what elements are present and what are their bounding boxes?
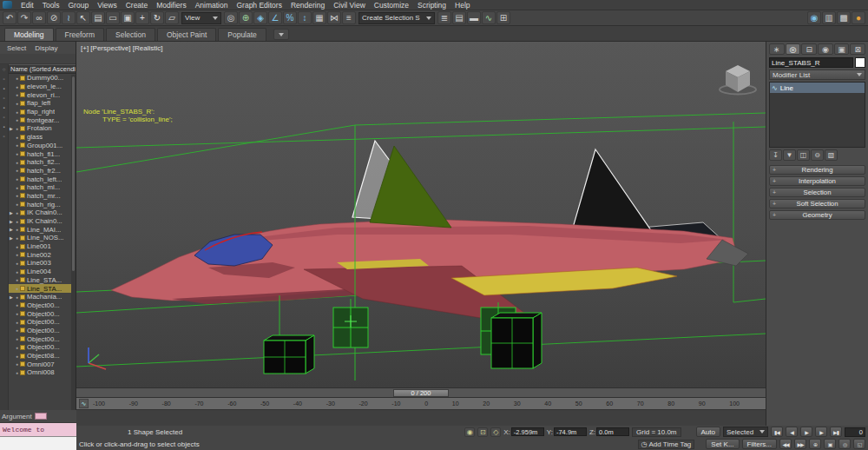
explorer-item[interactable]: ● hatch_fl2... [9,158,76,167]
filter-icon[interactable]: ▫ [3,134,4,139]
eye-icon[interactable]: ● [16,252,18,257]
show-end-result-icon[interactable]: ▼ [783,149,796,161]
menu-item[interactable]: Group [64,1,94,10]
time-slider[interactable]: 0 / 200 [76,387,766,398]
named-sets-icon[interactable]: ▦ [312,11,326,24]
menu-item[interactable]: Help [450,1,474,10]
ribbon-tab[interactable]: Freeform [56,28,104,41]
material-editor-icon[interactable]: ◉ [807,11,821,24]
rollout-header[interactable]: + Interpolation [769,176,865,186]
play-button[interactable]: ▶ [800,427,812,437]
select-scale-icon[interactable]: ▱ [165,11,179,24]
rollout-header[interactable]: + Rendering [769,165,865,175]
explorer-scrollbar[interactable] [71,75,76,410]
hierarchy-tab[interactable]: ⊟ [801,43,817,55]
explorer-item[interactable]: ● elevon_ri... [9,90,76,99]
ribbon-tab[interactable]: Modeling [4,28,54,41]
menu-item[interactable]: Customize [370,1,413,10]
object-name-field[interactable] [769,57,853,68]
region-select-icon[interactable]: ▭ [106,11,120,24]
menu-item[interactable]: Edit [16,1,38,10]
eye-icon[interactable]: ● [16,92,18,97]
explorer-item[interactable]: ● Object08... [9,352,76,361]
menu-item[interactable]: Animation [191,1,233,10]
ribbon-minimize-button[interactable] [273,29,289,40]
transform-typein-toggle[interactable]: ◇ [490,427,501,437]
select-by-name-icon[interactable]: ▤ [91,11,105,24]
find-icon[interactable]: ○ [3,67,6,72]
use-pivot-icon[interactable]: ◎ [224,11,238,24]
explorer-item[interactable]: ● hatch_fr2... [9,167,76,175]
eye-icon[interactable]: ● [16,294,18,300]
z-coordinate-field[interactable]: 0.0m [596,427,629,436]
select-manipulate-icon[interactable]: ⊕ [239,11,253,24]
eye-icon[interactable]: ● [16,185,18,190]
explorer-item[interactable]: ● Object00... [9,334,76,343]
undo-icon[interactable]: ↶ [3,11,16,24]
explorer-name-column-header[interactable]: Name (Sorted Ascendi [9,64,76,74]
explorer-item[interactable]: ● Omni008 [9,368,76,377]
explorer-item[interactable]: ● elevon_le... [9,83,76,91]
object-color-swatch[interactable] [855,57,865,68]
time-slider-handle[interactable]: 0 / 200 [393,389,449,397]
menu-item[interactable]: Tools [38,1,64,10]
menu-item[interactable]: Scripting [413,1,450,10]
explorer-item[interactable]: ● Line_STA... [9,284,76,293]
ribbon-toggle-icon[interactable]: ▬ [467,11,481,24]
redo-icon[interactable]: ↷ [17,11,31,24]
current-frame-field[interactable]: 0 [845,427,865,437]
render-setup-icon[interactable]: ▥ [822,11,836,24]
explorer-item[interactable]: ● Object00... [9,309,76,318]
ribbon-tab[interactable]: Populate [218,28,266,41]
app-logo-icon[interactable] [3,1,12,9]
eye-icon[interactable]: ● [16,328,18,333]
eye-icon[interactable]: ● [16,76,18,81]
listener-pink-pane[interactable]: Welcome to [0,423,76,436]
explorer-item[interactable]: ● hatch_left... [9,175,76,183]
explorer-item[interactable]: ● Line004 [9,268,76,276]
selection-lock-toggle[interactable]: ⊡ [477,427,488,437]
explorer-item[interactable]: ● Omni007 [9,360,76,368]
display-frozen-icon[interactable]: ▫ [3,96,4,101]
mini-curve-editor-button[interactable]: ∿ [79,399,89,408]
prev-key-button[interactable]: ◀◀ [779,439,792,449]
y-coordinate-field[interactable]: -74.9m [554,427,587,436]
eye-icon[interactable]: ● [16,320,18,325]
eye-icon[interactable]: ● [16,101,18,106]
motion-tab[interactable]: ◉ [818,43,833,55]
rendered-frame-icon[interactable]: ▩ [837,11,851,24]
set-key-button[interactable]: Set K... [706,439,739,449]
goto-end-button[interactable]: ▶▮ [830,427,842,437]
explorer-item[interactable]: ▶ ● Machania... [9,293,76,301]
schematic-view-icon[interactable]: ⊞ [496,11,510,24]
eye-icon[interactable]: ● [16,345,18,350]
create-tab[interactable]: ∗ [769,43,785,55]
goto-start-button[interactable]: ▮◀ [771,427,783,437]
spinner-snap-icon[interactable]: ↕ [298,11,312,24]
snap-toggle-icon[interactable]: ◈ [253,11,267,24]
pick-parent-icon[interactable]: ▪ [3,124,4,129]
eye-icon[interactable]: ● [16,210,18,215]
expander-icon[interactable]: ▶ [10,294,14,300]
eye-icon[interactable]: ● [16,176,18,182]
explorer-item[interactable]: ● Object00... [9,301,76,310]
explorer-item[interactable]: ● Line_STA... [9,276,76,285]
eye-icon[interactable]: ● [16,302,18,308]
auto-key-button[interactable]: Auto [696,427,720,437]
layer-manager-icon[interactable]: ≣ [437,11,451,24]
eye-icon[interactable]: ● [16,219,18,224]
expander-icon[interactable]: ▶ [10,219,14,224]
eye-icon[interactable]: ● [16,117,18,122]
modify-tab[interactable]: ◎ [786,43,801,55]
display-tab[interactable]: ▣ [834,43,850,55]
percent-snap-icon[interactable]: % [283,11,297,24]
add-time-tag[interactable]: ◷ Add Time Tag [638,440,695,449]
eye-icon[interactable]: ● [16,269,18,275]
eye-icon[interactable]: ● [16,277,18,282]
angle-snap-icon[interactable]: ∠ [268,11,282,24]
explorer-item[interactable]: ● Line002 [9,250,76,259]
modifier-list-dropdown[interactable]: Modifier List [769,69,865,80]
eye-icon[interactable]: ● [16,142,18,148]
mirror-icon[interactable]: ⋈ [327,11,341,24]
menu-item[interactable]: Rendering [286,1,329,10]
